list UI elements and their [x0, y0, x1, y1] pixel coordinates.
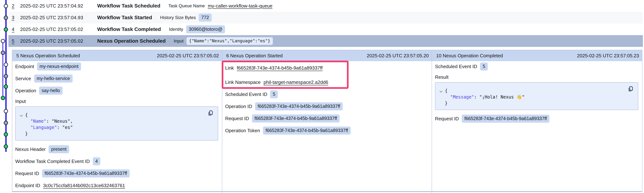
event-id-link[interactable]: 5: [12, 38, 20, 44]
json-content: { "Message": "¡Hola! Nexus 👋" }: [440, 88, 634, 106]
event-timestamp: 2025-02-25 UTC 23:57:04.92: [20, 3, 97, 9]
panel-nexus-operation-scheduled: 5 Nexus Operation Scheduled 2025-02-25 U…: [12, 50, 222, 193]
copy-icon[interactable]: [627, 85, 634, 93]
endpoint-id-link[interactable]: 3c0c75ccfa8144b092c13ce632463761: [43, 183, 125, 189]
result-section-label: Result: [435, 74, 638, 80]
event-history-rows: 2 2025-02-25 UTC 23:57:04.92 Workflow Ta…: [8, 0, 643, 47]
panel-timestamp: 2025-02-25 UTC 23:57:05.20: [367, 53, 429, 59]
timeline-dot-open[interactable]: [4, 63, 8, 67]
scheduled-event-id-badge: 5: [480, 62, 488, 70]
request-id-badge: f665283f-743e-4374-b45b-9a61a89337ff: [252, 114, 340, 123]
json-content: { "Name": "Nexus", "Language": "es" }: [20, 112, 214, 137]
json-key: "Language": [30, 125, 57, 130]
panel-header: 6 Nexus Operation Started 2025-02-25 UTC…: [222, 50, 432, 61]
operation-badge: say-hello: [39, 87, 62, 95]
json-value: : "Nexus",: [46, 119, 73, 124]
json-key: "Name": [30, 119, 46, 124]
link-namespace-link[interactable]: phil-target-namespace2.a2dd6: [264, 79, 328, 85]
json-value: : "es": [57, 125, 73, 130]
scheduled-event-id-label: Scheduled Event ID: [225, 92, 267, 97]
identity-badge: 30960@totoro@: [186, 25, 225, 33]
event-detail-label: Task Queue Name: [168, 3, 205, 8]
timeline-branch-line: [2, 41, 3, 98]
input-payload-badge: {"Name":"Nexus","Language":"es"}: [186, 37, 273, 45]
timeline-dot-green[interactable]: [4, 27, 8, 32]
panel-timestamp: 2025-02-25 UTC 23:57:05.02: [157, 53, 219, 59]
service-badge: my-hello-service: [34, 74, 72, 83]
event-timestamp: 2025-02-25 UTC 23:57:05.02: [20, 26, 97, 32]
panel-timestamp: 2025-02-25 UTC 23:57:05.23: [577, 53, 639, 59]
endpoint-badge: my-nexus-endpoint: [37, 62, 81, 70]
operation-token-badge: f665283f-743e-4374-b45b-9a61a89337ff: [263, 127, 350, 135]
event-timestamp: 2025-02-25 UTC 23:57:05.02: [20, 38, 97, 44]
panel-nexus-operation-started: 6 Nexus Operation Started 2025-02-25 UTC…: [222, 50, 432, 193]
nexus-header-label: Nexus Header: [15, 147, 46, 152]
input-json-viewer: { "Name": "Nexus", "Language": "es" }: [15, 106, 218, 141]
event-row-5-selected[interactable]: 5 2025-02-25 UTC 23:57:05.02 Nexus Opera…: [8, 35, 643, 47]
operation-id-badge: f665283f-743e-4374-b45b-9a61a89337ff: [255, 102, 343, 110]
scheduled-event-id-label: Scheduled Event ID: [435, 64, 477, 69]
scheduled-event-id-badge: 5: [270, 90, 278, 98]
timeline-dot-green[interactable]: [4, 85, 8, 89]
event-id-link[interactable]: 3: [12, 15, 20, 20]
event-detail-label: Identity: [169, 27, 183, 32]
collapse-chevron-icon[interactable]: [19, 114, 23, 119]
timeline-dot-gray[interactable]: [1, 51, 5, 55]
panel-title: 5 Nexus Operation Scheduled: [16, 53, 80, 59]
event-id-link[interactable]: 2: [12, 3, 20, 9]
link-value-link[interactable]: f665283f-743e-4374-b45b-9a61a89337ff: [237, 65, 322, 71]
operation-id-label: Operation ID: [225, 104, 252, 109]
timeline-dot-green[interactable]: [4, 145, 8, 149]
request-id-label: Request ID: [15, 171, 39, 176]
json-close-brace: }: [445, 101, 448, 106]
timeline-dot-green[interactable]: [4, 132, 8, 137]
event-name: Workflow Task Completed: [97, 26, 161, 32]
nexus-header-badge: present: [48, 145, 69, 153]
event-name: Workflow Task Scheduled: [97, 3, 160, 9]
timeline-dot-gray[interactable]: [4, 16, 8, 20]
endpoint-label: Endpoint: [15, 64, 34, 69]
link-label: Link: [225, 65, 234, 71]
panel-header: 10 Nexus Operation Completed 2025-02-25 …: [432, 50, 642, 61]
json-key: "Message": [450, 94, 474, 100]
event-row-4[interactable]: 4 2025-02-25 UTC 23:57:05.02 Workflow Ta…: [8, 23, 643, 35]
timeline-dot-open[interactable]: [1, 39, 5, 43]
timeline-dot-gray[interactable]: [4, 74, 8, 78]
input-section-label: Input: [15, 99, 218, 104]
event-row-2[interactable]: 2 2025-02-25 UTC 23:57:04.92 Workflow Ta…: [8, 0, 643, 12]
endpoint-id-label: Endpoint ID: [15, 183, 40, 189]
request-id-label: Request ID: [435, 116, 459, 122]
event-name: Workflow Task Started: [97, 15, 152, 20]
task-queue-link[interactable]: my-caller-workflow-task-queue: [208, 3, 272, 9]
history-size-badge: 772: [199, 13, 212, 22]
operation-token-label: Operation Token: [225, 128, 260, 134]
event-row-3[interactable]: 3 2025-02-25 UTC 23:57:04.93 Workflow Ta…: [8, 12, 643, 23]
event-id-link[interactable]: 4: [12, 26, 20, 32]
event-detail-label: History Size Bytes: [160, 15, 196, 20]
panel-header: 5 Nexus Operation Scheduled 2025-02-25 U…: [12, 50, 222, 61]
request-id-label: Request ID: [225, 116, 249, 121]
event-group-detail: 5 Nexus Operation Scheduled 2025-02-25 U…: [12, 50, 642, 192]
link-namespace-label: Link Namespace: [225, 79, 261, 85]
event-detail-label: Input: [174, 38, 183, 44]
collapse-chevron-icon[interactable]: [439, 90, 443, 94]
panel-title: 6 Nexus Operation Started: [226, 53, 283, 59]
timeline-dot-green[interactable]: [1, 96, 5, 100]
timeline-dot-open[interactable]: [4, 4, 8, 8]
timeline-dot-gray[interactable]: [4, 121, 8, 125]
request-id-badge: f665283f-743e-4374-b45b-9a61a89337ff: [462, 115, 550, 123]
panel-nexus-operation-completed: 10 Nexus Operation Completed 2025-02-25 …: [432, 50, 642, 193]
json-value: : "¡Hola! Nexus 👋": [474, 94, 525, 100]
service-label: Service: [15, 76, 31, 81]
timeline-dot-open[interactable]: [4, 109, 8, 113]
copy-icon[interactable]: [207, 110, 214, 117]
request-id-badge: f665283f-743e-4374-b45b-9a61a89337ff: [42, 169, 130, 178]
json-close-brace: }: [25, 131, 28, 136]
wtc-event-id-label: Workflow Task Completed Event ID: [15, 159, 90, 164]
wtc-event-id-badge: 4: [93, 157, 100, 165]
result-json-viewer: { "Message": "¡Hola! Nexus 👋" }: [435, 82, 638, 110]
event-name: Nexus Operation Scheduled: [97, 38, 166, 44]
json-open-brace: {: [445, 88, 448, 93]
json-open-brace: {: [25, 112, 28, 118]
operation-label: Operation: [15, 88, 36, 94]
